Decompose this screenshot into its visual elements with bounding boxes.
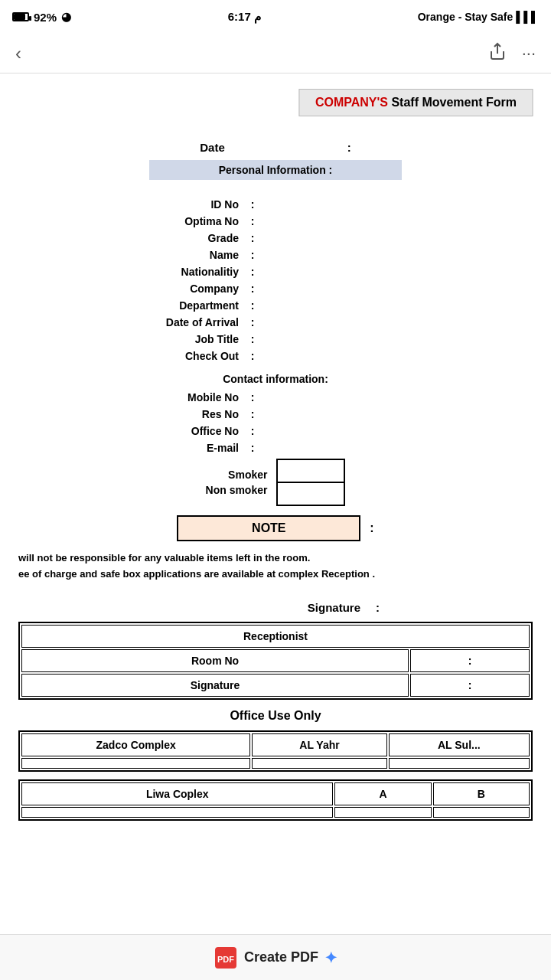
- pdf-icon: PDF: [214, 946, 238, 970]
- complex1-val3: [389, 758, 530, 769]
- field-row-idno: ID No :: [18, 198, 533, 211]
- personal-info-header: Personal Information :: [149, 160, 402, 180]
- field-label-resno: Res No: [77, 408, 245, 420]
- field-label-department: Department: [77, 299, 245, 312]
- field-row-company: Company :: [18, 283, 533, 295]
- complex2-val3: [433, 807, 530, 818]
- complex1-val2: [252, 758, 386, 769]
- field-row-date-of-arrival: Date of Arrival :: [18, 316, 533, 328]
- battery-percent: 92%: [34, 11, 57, 24]
- signature-row-value: :: [410, 674, 530, 697]
- field-label-idno: ID No: [77, 198, 245, 211]
- field-label-grade: Grade: [77, 232, 245, 244]
- note-colon: :: [370, 521, 373, 535]
- field-label-jobtitle: Job Title: [77, 333, 245, 345]
- field-value-idno: [260, 207, 474, 208]
- complex-table-1: Zadco Complex AL Yahr AL Sul...: [18, 730, 533, 772]
- field-label-company: Company: [77, 283, 245, 295]
- field-label-optimano: Optima No: [77, 215, 245, 227]
- note-text-line2: ee of charge and safe box applications a…: [18, 567, 533, 583]
- nav-bar: ‹ ···: [0, 34, 551, 74]
- time: 6:17: [228, 10, 251, 23]
- time-display: م 6:17: [228, 10, 261, 24]
- field-row-department: Department :: [18, 299, 533, 312]
- smoker-checkbox-group[interactable]: [276, 459, 345, 506]
- contact-fields: Mobile No : Res No : Office No : E-mail …: [18, 391, 533, 454]
- field-value-mobileno: [260, 400, 474, 401]
- field-value-email: [260, 451, 474, 452]
- location-icon: ◕: [61, 10, 71, 24]
- signature-colon: :: [376, 601, 380, 614]
- smoker-area: Smoker Non smoker: [18, 459, 533, 506]
- create-pdf-label: Create PDF: [244, 949, 318, 965]
- field-row-nationality: Nationalitiy :: [18, 266, 533, 278]
- field-label-nationality: Nationalitiy: [77, 266, 245, 278]
- svg-text:PDF: PDF: [217, 955, 234, 964]
- back-button[interactable]: ‹: [15, 43, 21, 64]
- status-right: Orange - Stay Safe ▌▌▌: [418, 11, 539, 23]
- field-label-date-of-arrival: Date of Arrival: [77, 316, 245, 328]
- field-row-officeno: Office No :: [18, 425, 533, 437]
- form-title: COMPANY'S Staff Movement Form: [315, 96, 517, 109]
- complex-table-2: Liwa Coplex A B: [18, 779, 533, 821]
- date-colon: :: [347, 141, 351, 154]
- note-row: NOTE :: [18, 515, 533, 541]
- complex1-val1: [21, 758, 250, 769]
- smoker-labels: Smoker Non smoker: [206, 469, 268, 496]
- non-smoker-checkbox[interactable]: [278, 483, 344, 505]
- bottom-toolbar: PDF Create PDF ✦: [0, 934, 551, 980]
- field-value-optimano: [260, 224, 474, 225]
- note-label-box: NOTE: [177, 515, 360, 541]
- note-text-area: will not be responsible for any valuable…: [18, 547, 533, 590]
- signature-row-label: Signature: [21, 674, 409, 697]
- smoker-checkbox[interactable]: [278, 460, 344, 483]
- field-value-resno: [260, 417, 474, 418]
- field-row-optimano: Optima No :: [18, 215, 533, 227]
- complex2-col3: B: [433, 782, 530, 805]
- arabic-char: م: [254, 10, 261, 23]
- field-label-name: Name: [77, 249, 245, 261]
- share-button[interactable]: [488, 42, 507, 65]
- date-label: Date: [200, 141, 225, 154]
- office-use-heading: Office Use Only: [18, 709, 533, 723]
- complex2-val2: [334, 807, 431, 818]
- field-row-email: E-mail :: [18, 442, 533, 454]
- field-value-jobtitle: [260, 342, 474, 343]
- complex1-col3: AL Sul...: [389, 733, 530, 756]
- company-name: COMPANY'S: [315, 96, 388, 109]
- signature-line: Signature :: [18, 601, 533, 614]
- field-value-name: [260, 258, 474, 259]
- carrier-name: Orange - Stay Safe: [418, 11, 514, 23]
- field-value-grade: [260, 241, 474, 242]
- complex2-col2: A: [334, 782, 431, 805]
- field-label-checkout: Check Out: [77, 350, 245, 362]
- status-left: 92% ◕: [12, 10, 71, 24]
- field-label-officeno: Office No: [77, 425, 245, 437]
- smoker-label: Smoker: [228, 469, 267, 481]
- create-pdf-button[interactable]: PDF Create PDF ✦: [214, 946, 337, 970]
- signature-row-colon: :: [468, 679, 472, 691]
- complex2-col1: Liwa Coplex: [21, 782, 333, 805]
- field-label-mobileno: Mobile No: [77, 391, 245, 403]
- status-bar: 92% ◕ م 6:17 Orange - Stay Safe ▌▌▌: [0, 0, 551, 34]
- more-button[interactable]: ···: [522, 44, 536, 64]
- form-title-box: COMPANY'S Staff Movement Form: [299, 89, 533, 116]
- form-title-suffix: Staff Movement Form: [388, 96, 517, 109]
- nav-actions: ···: [488, 42, 536, 65]
- receptionist-table: Receptionist Room No : Signature :: [18, 622, 533, 700]
- field-row-checkout: Check Out :: [18, 350, 533, 362]
- receptionist-header: Receptionist: [21, 625, 530, 648]
- field-row-grade: Grade :: [18, 232, 533, 244]
- complex1-col2: AL Yahr: [252, 733, 386, 756]
- date-line: Date :: [18, 141, 533, 154]
- signal-icon: ▌▌▌: [516, 11, 539, 23]
- field-value-checkout: [260, 359, 474, 360]
- personal-info-fields: ID No : Optima No : Grade : Name : Natio…: [18, 198, 533, 362]
- signature-label: Signature: [308, 601, 360, 614]
- contact-info-heading: Contact information:: [18, 373, 533, 385]
- complex1-col1: Zadco Complex: [21, 733, 250, 756]
- room-no-value: :: [410, 649, 530, 672]
- field-value-nationality: [260, 275, 474, 276]
- room-no-label: Room No: [21, 649, 409, 672]
- field-value-date-of-arrival: [260, 325, 474, 326]
